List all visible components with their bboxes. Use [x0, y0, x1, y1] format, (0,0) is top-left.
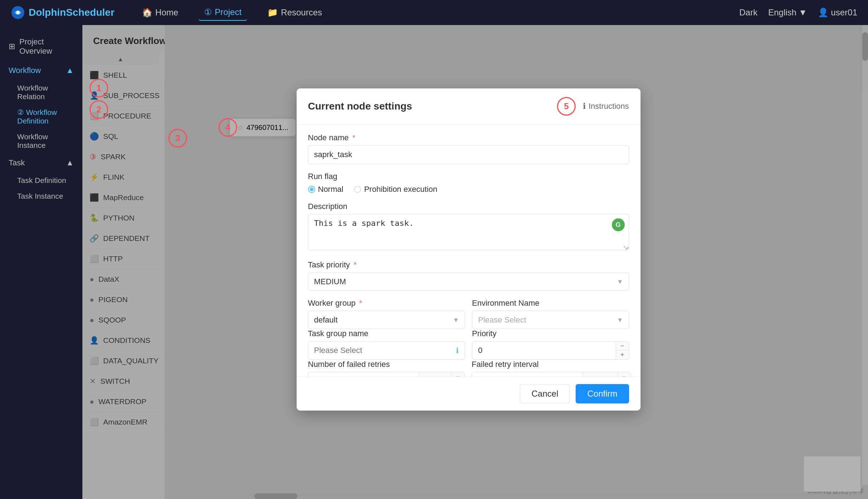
priority-stepper: − +	[616, 342, 629, 359]
retry-interval-decrement[interactable]: −	[618, 373, 630, 377]
sidebar-item-workflow-relation[interactable]: Workflow Relation	[0, 80, 82, 105]
form-col-failed-retries: Number of failed retries Times − +	[308, 360, 465, 377]
resize-handle: ⤡	[623, 244, 628, 251]
form-col-worker-group: Worker group * default ▼	[308, 299, 465, 329]
failed-retries-stepper: − +	[451, 373, 464, 377]
priority-increment[interactable]: +	[616, 350, 629, 359]
modal-node-settings: Current node settings 5 ℹ Instructions N…	[297, 88, 641, 411]
task-group-info-icon: ℹ	[450, 342, 465, 359]
priority-input-wrapper: − +	[472, 341, 629, 360]
radio-normal[interactable]: Normal	[308, 185, 344, 194]
failed-retries-label: Number of failed retries	[308, 360, 465, 369]
cancel-button[interactable]: Cancel	[520, 384, 570, 403]
environment-name-label: Environment Name	[472, 299, 629, 308]
task-group-name-label: Task group name	[308, 329, 465, 338]
language-selector[interactable]: English ▼	[768, 8, 807, 18]
instructions-link[interactable]: ℹ Instructions	[583, 102, 629, 111]
chevron-up-icon: ▲	[66, 66, 74, 75]
task-group-name-input[interactable]	[308, 341, 450, 359]
retry-interval-input[interactable]	[472, 372, 582, 377]
overview-icon: ⊞	[9, 42, 15, 51]
logo: DolphinScheduler	[11, 5, 115, 20]
priority-label: Priority	[472, 329, 629, 338]
sidebar-item-workflow-instance[interactable]: Workflow Instance	[0, 129, 82, 153]
top-navigation: DolphinScheduler 🏠 Home ① Project 📁 Reso…	[0, 0, 868, 25]
user-menu[interactable]: 👤 user01	[818, 8, 857, 18]
failed-retry-interval-label: Failed retry interval	[472, 360, 631, 369]
modal-title: Current node settings	[308, 101, 412, 112]
form-col-environment-name: Environment Name Please Select ▼	[472, 299, 629, 329]
annotation-5: 5	[557, 97, 576, 116]
form-row-retries: Number of failed retries Times − + Faile…	[308, 360, 629, 377]
chevron-up-icon2: ▲	[66, 158, 74, 168]
failed-retries-decrement[interactable]: −	[451, 373, 464, 377]
failed-retries-input-wrapper: Times − +	[308, 372, 465, 377]
node-name-input[interactable]	[308, 145, 629, 164]
sidebar-group-task[interactable]: Task ▲	[0, 153, 82, 173]
sidebar-group-workflow[interactable]: Workflow ▲	[0, 61, 82, 80]
theme-label: Dark	[739, 8, 758, 18]
description-wrapper: This is a spark task. G ⤡	[308, 214, 629, 252]
sidebar-item-project-overview[interactable]: ⊞ Project Overview	[0, 32, 82, 61]
form-col-task-group-name: Task group name ℹ	[308, 329, 465, 360]
sidebar-item-task-instance[interactable]: Task Instance	[0, 188, 82, 204]
priority-decrement[interactable]: −	[616, 342, 629, 350]
sidebar-item-workflow-definition[interactable]: ② Workflow Definition	[0, 105, 82, 129]
sidebar-task-label: Task	[9, 158, 25, 168]
radio-prohibition-indicator	[354, 186, 361, 193]
task-group-name-input-wrapper: ℹ	[308, 341, 465, 360]
sidebar-item-task-definition[interactable]: Task Definition	[0, 173, 82, 188]
modal-header: Current node settings 5 ℹ Instructions	[297, 88, 641, 125]
retry-interval-stepper: − +	[618, 373, 630, 377]
retry-interval-unit: Minute	[582, 372, 618, 377]
worker-group-select-wrapper: default ▼	[308, 311, 465, 329]
nav-resources[interactable]: 📁 Resources	[262, 5, 328, 20]
form-col-retry-interval: Failed retry interval Minute − +	[472, 360, 631, 377]
form-group-task-priority: Task priority * MEDIUM LOW HIGH HIGHEST …	[308, 260, 629, 291]
form-col-priority: Priority − +	[472, 329, 629, 360]
modal-body: Node name * Run flag Normal Prohibition …	[297, 125, 641, 377]
sidebar-workflow-label: Workflow	[9, 66, 41, 75]
retry-interval-input-wrapper: Minute − +	[472, 372, 631, 377]
form-row-worker-env: Worker group * default ▼ Environment Nam…	[308, 299, 629, 329]
description-textarea[interactable]: This is a spark task.	[308, 214, 629, 250]
app-name: DolphinScheduler	[29, 7, 115, 18]
modal-footer: Cancel Confirm	[297, 377, 641, 411]
radio-normal-indicator	[308, 186, 315, 193]
priority-input[interactable]	[473, 341, 616, 359]
task-priority-label: Task priority *	[308, 260, 629, 270]
node-name-label: Node name *	[308, 133, 629, 142]
svg-point-1	[16, 11, 20, 14]
form-group-description: Description This is a spark task. G ⤡	[308, 202, 629, 252]
worker-group-label: Worker group *	[308, 299, 465, 308]
worker-group-select[interactable]: default	[308, 311, 465, 329]
avatar: G	[612, 218, 625, 231]
nav-right-area: Dark English ▼ 👤 user01	[739, 8, 857, 18]
required-marker: *	[352, 133, 355, 142]
run-flag-radio-group: Normal Prohibition execution	[308, 185, 629, 194]
description-label: Description	[308, 202, 629, 211]
language-label: English	[768, 8, 796, 18]
nav-home[interactable]: 🏠 Home	[136, 5, 184, 20]
run-flag-label: Run flag	[308, 172, 629, 181]
form-group-run-flag: Run flag Normal Prohibition execution	[308, 172, 629, 194]
failed-retries-unit: Times	[418, 372, 451, 377]
chevron-down-icon: ▼	[799, 8, 807, 18]
info-icon: ℹ	[583, 102, 586, 111]
environment-name-select[interactable]: Please Select	[472, 311, 629, 329]
sidebar: ⊞ Project Overview Workflow ▲ Workflow R…	[0, 25, 82, 499]
radio-prohibition[interactable]: Prohibition execution	[354, 185, 437, 194]
task-priority-select[interactable]: MEDIUM LOW HIGH HIGHEST	[308, 272, 629, 291]
nav-project[interactable]: ① Project	[198, 4, 248, 21]
failed-retries-input[interactable]	[308, 372, 418, 377]
confirm-button[interactable]: Confirm	[576, 384, 629, 403]
environment-name-select-wrapper: Please Select ▼	[472, 311, 629, 329]
form-group-node-name: Node name *	[308, 133, 629, 164]
task-priority-select-wrapper: MEDIUM LOW HIGH HIGHEST ▼	[308, 272, 629, 291]
form-row-taskgroup-priority: Task group name ℹ Priority − +	[308, 329, 629, 360]
